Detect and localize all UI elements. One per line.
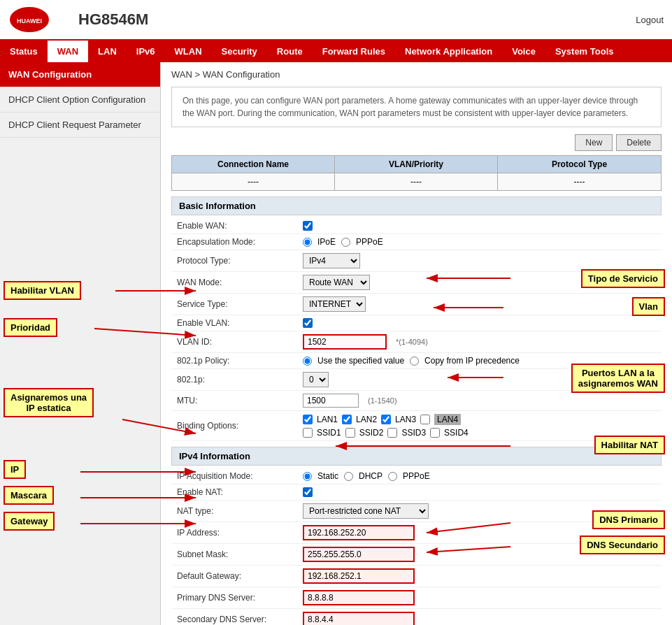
device-name: HG8546M [78,10,148,29]
primary-dns-input[interactable] [303,590,415,605]
cell-connection-name: ---- [172,173,335,190]
nav-network-application[interactable]: Network Application [395,41,502,62]
nav-status[interactable]: Status [0,41,48,62]
lan1-checkbox[interactable] [303,415,313,424]
vlan-id-input[interactable] [303,334,387,350]
mtu-input[interactable] [303,394,359,408]
ip-acquisition-label: IP Acquisition Mode: [177,471,303,481]
sidebar-item-dhcp-request[interactable]: DHCP Client Request Parameter [0,113,160,138]
cell-protocol-type: ---- [498,173,661,190]
enable-wan-row: Enable WAN: [171,218,662,234]
ip-static-radio[interactable] [303,472,312,481]
lan2-label: LAN2 [356,415,377,424]
ssid2-label: SSID2 [359,428,384,438]
nav-forward-rules[interactable]: Forward Rules [313,41,395,62]
logout-button[interactable]: Logout [636,15,664,25]
encap-pppoe-label: PPPoE [356,237,383,247]
nav-wan[interactable]: WAN [48,41,88,62]
binding-options-label: Binding Options: [177,421,303,431]
encapsulation-mode-value: IPoE PPPoE [303,237,656,247]
default-gateway-value [303,568,656,584]
ip-acquisition-value: Static DHCP PPPoE [303,471,656,481]
secondary-dns-row: Secondary DNS Server: [171,609,662,625]
nav-wlan[interactable]: WLAN [165,41,212,62]
toolbar: New Delete [171,134,662,151]
nav-ipv6[interactable]: IPv6 [127,41,165,62]
mtu-label: MTU: [177,396,303,405]
encapsulation-mode-label: Encapsulation Mode: [177,237,303,247]
subnet-mask-input[interactable] [303,547,415,562]
mtu-hint: (1-1540) [368,396,397,405]
lan1-label: LAN1 [317,415,338,424]
nat-type-select[interactable]: Port-restricted cone NAT Full cone NAT R… [303,503,429,519]
annotation-gateway: Gateway [3,512,55,531]
annotation-mascara: Mascara [3,486,54,505]
nav-route[interactable]: Route [267,41,313,62]
lan2-checkbox[interactable] [342,415,352,424]
nav-system-tools[interactable]: System Tools [545,41,624,62]
enable-vlan-row: Enable VLAN: [171,315,662,331]
mtu-row: MTU: (1-1540) [171,391,662,411]
ip-address-input[interactable] [303,525,415,540]
sidebar-item-wan-config[interactable]: WAN Configuration [0,62,160,87]
ip-pppoe-radio[interactable] [388,472,397,481]
binding-options-value: LAN1 LAN2 LAN3 LAN4 SSID1 SSID2 SSID3 SS… [303,414,656,438]
enable-wan-label: Enable WAN: [177,221,303,231]
ip-dhcp-radio[interactable] [344,472,353,481]
sidebar: WAN Configuration DHCP Client Option Con… [0,62,161,625]
default-gateway-row: Default Gateway: [171,566,662,587]
enable-wan-checkbox[interactable] [303,221,313,231]
secondary-dns-label: Secondary DNS Server: [177,615,303,624]
nav-security[interactable]: Security [212,41,267,62]
ssid4-checkbox[interactable] [430,428,440,438]
wan-mode-select[interactable]: Route WAN Bridge WAN [303,275,370,290]
table-row: ---- ---- ---- [171,173,662,191]
ssid1-label: SSID1 [317,428,341,438]
nat-type-label: NAT type: [177,506,303,516]
enable-nat-checkbox[interactable] [303,487,313,497]
ip-pppoe-label: PPPoE [403,471,430,481]
enable-nat-value [303,487,656,497]
sidebar-item-dhcp-option[interactable]: DHCP Client Option Configuration [0,87,160,113]
delete-button[interactable]: Delete [616,134,662,151]
policy-copy-radio[interactable] [410,357,419,366]
enable-wan-value [303,221,656,231]
vlan-id-value: *(1-4094) [303,334,656,350]
nav-voice[interactable]: Voice [502,41,545,62]
primary-dns-value [303,590,656,605]
ssid1-checkbox[interactable] [303,428,313,438]
lan3-checkbox[interactable] [381,415,391,424]
enable-vlan-label: Enable VLAN: [177,318,303,328]
encap-ipoe-radio[interactable] [303,238,312,247]
enable-nat-label: Enable NAT: [177,487,303,497]
secondary-dns-input[interactable] [303,612,415,625]
ssid3-checkbox[interactable] [387,428,397,438]
ip-dhcp-label: DHCP [359,471,383,481]
encap-pppoe-radio[interactable] [341,238,350,247]
ssid2-checkbox[interactable] [345,428,355,438]
policy-specified-label: Use the specified value [317,356,404,366]
ip-address-label: IP Address: [177,528,303,538]
default-gateway-input[interactable] [303,568,415,584]
col-vlan-priority: VLAN/Priority [335,156,498,173]
8021p-select[interactable]: 0123 4567 [303,372,329,387]
new-button[interactable]: New [575,134,613,151]
service-type-select[interactable]: INTERNET TR069 VOIP OTHER [303,296,366,312]
svg-text:HUAWEI: HUAWEI [17,17,42,24]
breadcrumb: WAN > WAN Configuration [171,69,662,80]
encap-ipoe-label: IPoE [317,237,336,247]
nav-lan[interactable]: LAN [88,41,127,62]
description-box: On this page, you can configure WAN port… [171,87,662,127]
policy-copy-label: Copy from IP precedence [424,356,520,366]
lan4-checkbox[interactable] [420,415,430,424]
service-type-value: INTERNET TR069 VOIP OTHER [303,296,656,312]
protocol-type-select[interactable]: IPv4 IPv6 IPv4/IPv6 [303,253,360,268]
protocol-type-value: IPv4 IPv6 IPv4/IPv6 [303,253,656,268]
annotation-tipo-servicio: Tipo de Servicio [581,269,665,288]
vlan-id-label: VLAN ID: [177,337,303,347]
annotation-habilitar-nat: Habilitar NAT [594,436,665,454]
policy-specified-radio[interactable] [303,357,312,366]
enable-nat-row: Enable NAT: [171,484,662,501]
enable-vlan-checkbox[interactable] [303,318,313,328]
lan3-label: LAN3 [395,415,416,424]
